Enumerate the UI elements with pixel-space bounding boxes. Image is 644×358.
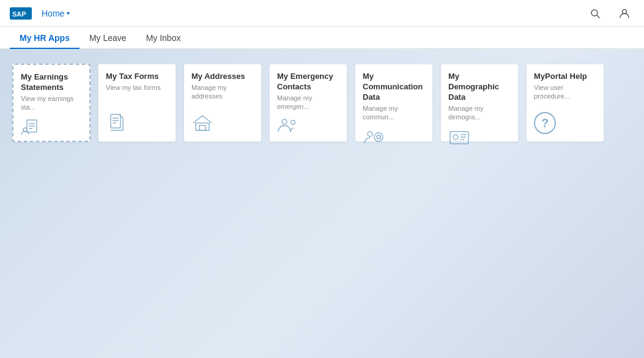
main-content: My Earnings StatementsView my earnings s… (0, 49, 644, 157)
tile-title-earnings: My Earnings Statements (21, 72, 82, 93)
tile-title-help: MyPortal Help (534, 72, 596, 82)
tab-my-inbox[interactable]: My Inbox (136, 28, 191, 49)
tile-subtitle-addresses: Manage my addresses (191, 83, 254, 101)
svg-line-3 (597, 15, 599, 18)
tile-earnings[interactable]: My Earnings StatementsView my earnings s… (12, 64, 91, 142)
tile-title-tax: My Tax Forms (106, 72, 168, 82)
svg-point-19 (374, 133, 383, 141)
tile-demographic[interactable]: My Demographic DataManage my demogra... (440, 64, 519, 142)
tile-subtitle-help: View user procedure... (534, 83, 596, 101)
tile-subtitle-demographic: Manage my demogra... (448, 104, 511, 122)
earnings-icon (21, 116, 82, 138)
svg-rect-15 (199, 125, 205, 130)
header-right (585, 4, 634, 23)
tiles-grid: My Earnings StatementsView my earnings s… (12, 64, 632, 142)
tile-title-demographic: My Demographic Data (448, 72, 511, 103)
tax-icon (106, 112, 168, 134)
tile-addresses[interactable]: My AddressesManage my addresses (183, 64, 262, 142)
chevron-icon: ▾ (67, 10, 70, 17)
user-icon (619, 8, 630, 19)
svg-point-16 (282, 119, 287, 124)
tile-emergency[interactable]: My Emergency ContactsManage my emergen..… (269, 64, 347, 142)
header-left: SAP Home ▾ (10, 6, 75, 21)
help-icon: ? (534, 112, 596, 134)
tile-subtitle-communication: Manage my commun... (363, 104, 425, 122)
svg-point-20 (377, 135, 380, 139)
communication-icon (363, 126, 425, 148)
tab-my-hr-apps[interactable]: My HR Apps (10, 28, 80, 49)
svg-point-9 (23, 128, 27, 132)
home-label: Home (42, 9, 64, 18)
svg-rect-14 (196, 123, 209, 130)
tile-subtitle-tax: View my tax forms (106, 83, 168, 92)
svg-point-17 (291, 121, 295, 125)
header: SAP Home ▾ (0, 0, 644, 27)
svg-point-18 (368, 132, 372, 136)
sap-logo: SAP (10, 7, 32, 20)
tile-title-communication: My Communication Data (363, 72, 425, 103)
svg-text:SAP: SAP (12, 10, 26, 18)
tile-subtitle-emergency: Manage my emergen... (277, 94, 339, 111)
tile-title-emergency: My Emergency Contacts (277, 72, 339, 92)
tile-communication[interactable]: My Communication DataManage my commun... (355, 64, 433, 142)
nav-tabs: My HR Apps My Leave My Inbox (0, 27, 644, 49)
tile-tax[interactable]: My Tax FormsView my tax forms (98, 64, 176, 142)
addresses-icon (191, 112, 254, 134)
demographic-icon (448, 126, 511, 148)
tile-help[interactable]: MyPortal HelpView user procedure...? (526, 64, 604, 142)
tile-title-addresses: My Addresses (191, 72, 254, 82)
tile-subtitle-earnings: View my earnings sta... (21, 94, 82, 112)
svg-point-22 (453, 135, 458, 140)
search-button[interactable] (585, 4, 605, 23)
emergency-icon (277, 116, 339, 138)
svg-rect-10 (111, 114, 120, 128)
user-button[interactable] (615, 4, 634, 23)
home-button[interactable]: Home ▾ (37, 6, 75, 21)
tab-my-leave[interactable]: My Leave (80, 28, 136, 49)
search-icon (590, 8, 601, 19)
